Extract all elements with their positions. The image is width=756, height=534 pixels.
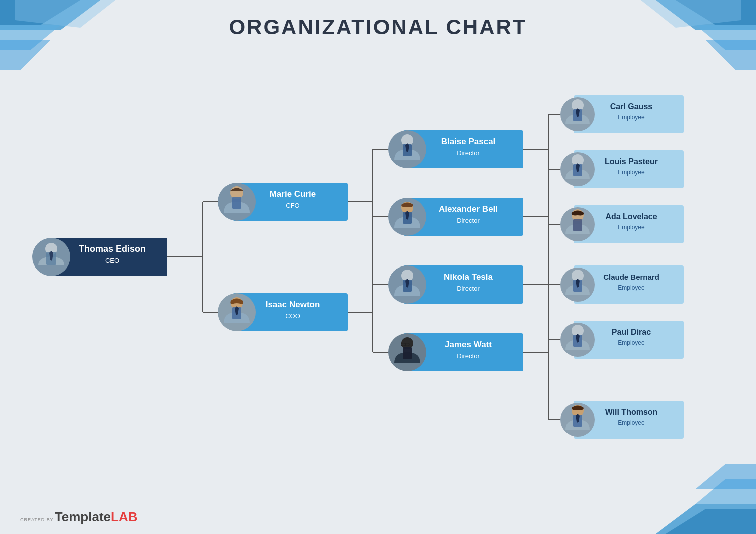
svg-text:Director: Director (457, 149, 480, 157)
ceo-node: Thomas Edison CEO (32, 238, 167, 276)
svg-rect-104 (573, 219, 582, 231)
dir-alexander-bell: Alexander Bell Director (388, 198, 523, 236)
svg-text:Isaac Newton: Isaac Newton (266, 300, 320, 309)
emp-ada-lovelace: Ada Lovelace Employee (560, 205, 684, 243)
svg-text:Marie Curie: Marie Curie (270, 189, 316, 199)
footer-lab: LAB (111, 509, 137, 525)
emp-will-thomson: Will Thomson Employee (560, 401, 684, 439)
svg-text:Employee: Employee (618, 169, 645, 176)
emp-paul-dirac: Paul Dirac Employee (560, 321, 684, 359)
org-chart-svg: Thomas Edison CEO Marie Curie CFO (17, 62, 739, 492)
svg-text:Nikola Tesla: Nikola Tesla (444, 272, 493, 282)
svg-text:Thomas Edison: Thomas Edison (79, 244, 146, 254)
footer-created-by: CREATED BY (20, 518, 54, 522)
svg-text:Ada Lovelace: Ada Lovelace (605, 212, 657, 221)
org-chart: Thomas Edison CEO Marie Curie CFO (15, 60, 741, 494)
svg-text:Louis Pasteur: Louis Pasteur (605, 157, 658, 166)
svg-rect-47 (232, 197, 241, 209)
svg-text:Paul Dirac: Paul Dirac (612, 328, 651, 336)
svg-text:Director: Director (457, 217, 480, 224)
vp-marie-curie: Marie Curie CFO (218, 183, 348, 221)
svg-text:Employee: Employee (618, 114, 645, 121)
svg-text:COO: COO (285, 312, 300, 320)
svg-text:Blaise Pascal: Blaise Pascal (441, 137, 496, 146)
emp-carl-gauss: Carl Gauss Employee (560, 95, 684, 133)
svg-marker-10 (656, 504, 756, 534)
page-title: ORGANIZATIONAL CHART (0, 15, 756, 39)
svg-marker-11 (666, 509, 756, 534)
emp-claude-bernard: Claude Bernard Employee (560, 265, 684, 304)
svg-text:Employee: Employee (618, 224, 645, 231)
svg-text:CEO: CEO (105, 257, 119, 264)
dir-james-watt: James Watt Director (388, 333, 523, 371)
svg-text:Director: Director (457, 352, 480, 360)
svg-rect-84 (403, 347, 412, 359)
svg-text:Carl Gauss: Carl Gauss (610, 102, 653, 111)
vp-isaac-newton: Isaac Newton COO (218, 293, 348, 331)
svg-text:Will Thomson: Will Thomson (605, 408, 658, 416)
svg-text:Alexander Bell: Alexander Bell (439, 204, 498, 214)
footer: CREATED BY Template LAB (20, 509, 138, 525)
svg-text:Employee: Employee (618, 419, 645, 426)
svg-text:Claude Bernard: Claude Bernard (603, 273, 659, 281)
svg-text:CFO: CFO (286, 202, 299, 209)
svg-text:James Watt: James Watt (445, 340, 492, 349)
emp-louis-pasteur: Louis Pasteur Employee (560, 150, 684, 188)
svg-text:Director: Director (457, 285, 480, 292)
svg-text:Employee: Employee (618, 284, 645, 291)
dir-blaise-pascal: Blaise Pascal Director (388, 130, 523, 168)
svg-text:Employee: Employee (618, 339, 645, 346)
dir-nikola-tesla: Nikola Tesla Director (388, 265, 523, 304)
footer-template: Template (55, 509, 111, 525)
